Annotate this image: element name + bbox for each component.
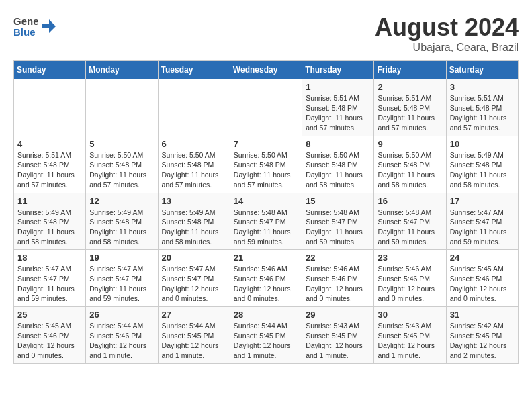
title-block: August 2024 Ubajara, Ceara, Brazil: [375, 13, 519, 54]
day-number: 25: [17, 310, 82, 320]
day-number: 23: [378, 253, 442, 263]
day-info: Sunrise: 5:49 AM Sunset: 5:48 PM Dayligh…: [162, 208, 226, 247]
logo: General Blue: [13, 13, 56, 39]
calendar-cell: 29Sunrise: 5:43 AM Sunset: 5:45 PM Dayli…: [302, 307, 374, 364]
day-number: 22: [306, 253, 370, 263]
col-sunday: Sunday: [14, 61, 86, 79]
calendar-week-2: 4Sunrise: 5:51 AM Sunset: 5:48 PM Daylig…: [14, 136, 519, 193]
col-wednesday: Wednesday: [230, 61, 302, 79]
calendar-cell: 9Sunrise: 5:50 AM Sunset: 5:48 PM Daylig…: [374, 136, 446, 193]
col-monday: Monday: [86, 61, 158, 79]
day-info: Sunrise: 5:46 AM Sunset: 5:46 PM Dayligh…: [378, 264, 442, 304]
calendar-table: Sunday Monday Tuesday Wednesday Thursday…: [13, 60, 519, 364]
calendar-cell: 5Sunrise: 5:50 AM Sunset: 5:48 PM Daylig…: [86, 136, 158, 193]
day-number: 30: [378, 310, 442, 320]
calendar-week-3: 11Sunrise: 5:49 AM Sunset: 5:48 PM Dayli…: [14, 193, 519, 250]
col-saturday: Saturday: [446, 61, 518, 79]
calendar-cell: 12Sunrise: 5:49 AM Sunset: 5:48 PM Dayli…: [86, 193, 158, 250]
day-number: 20: [162, 253, 226, 263]
day-number: 31: [450, 310, 515, 320]
calendar-cell: 6Sunrise: 5:50 AM Sunset: 5:48 PM Daylig…: [158, 136, 230, 193]
calendar-cell: [158, 79, 230, 136]
day-info: Sunrise: 5:51 AM Sunset: 5:48 PM Dayligh…: [378, 93, 442, 133]
calendar-cell: 30Sunrise: 5:43 AM Sunset: 5:45 PM Dayli…: [374, 307, 446, 364]
page-header: General Blue August 2024 Ubajara, Ceara,…: [13, 13, 519, 54]
day-info: Sunrise: 5:47 AM Sunset: 5:47 PM Dayligh…: [450, 208, 515, 247]
day-info: Sunrise: 5:44 AM Sunset: 5:45 PM Dayligh…: [162, 321, 226, 361]
day-number: 11: [17, 196, 82, 206]
calendar-cell: 17Sunrise: 5:47 AM Sunset: 5:47 PM Dayli…: [446, 193, 518, 250]
day-number: 2: [378, 82, 442, 92]
day-info: Sunrise: 5:50 AM Sunset: 5:48 PM Dayligh…: [89, 150, 154, 190]
calendar-cell: 22Sunrise: 5:46 AM Sunset: 5:46 PM Dayli…: [302, 250, 374, 307]
calendar-header-row: Sunday Monday Tuesday Wednesday Thursday…: [14, 61, 519, 79]
day-number: 14: [234, 196, 298, 206]
day-number: 12: [89, 196, 154, 206]
day-info: Sunrise: 5:48 AM Sunset: 5:47 PM Dayligh…: [378, 208, 442, 247]
calendar-week-5: 25Sunrise: 5:45 AM Sunset: 5:46 PM Dayli…: [14, 307, 519, 364]
day-info: Sunrise: 5:50 AM Sunset: 5:48 PM Dayligh…: [378, 150, 442, 190]
calendar-cell: 15Sunrise: 5:48 AM Sunset: 5:47 PM Dayli…: [302, 193, 374, 250]
day-info: Sunrise: 5:50 AM Sunset: 5:48 PM Dayligh…: [234, 150, 298, 190]
day-number: 29: [306, 310, 370, 320]
calendar-cell: 10Sunrise: 5:49 AM Sunset: 5:48 PM Dayli…: [446, 136, 518, 193]
day-number: 26: [89, 310, 154, 320]
day-number: 4: [17, 139, 82, 149]
day-info: Sunrise: 5:45 AM Sunset: 5:46 PM Dayligh…: [17, 321, 82, 361]
day-info: Sunrise: 5:46 AM Sunset: 5:46 PM Dayligh…: [306, 264, 370, 304]
calendar-cell: 3Sunrise: 5:51 AM Sunset: 5:48 PM Daylig…: [446, 79, 518, 136]
day-info: Sunrise: 5:45 AM Sunset: 5:46 PM Dayligh…: [450, 264, 515, 304]
day-info: Sunrise: 5:44 AM Sunset: 5:45 PM Dayligh…: [234, 321, 298, 361]
day-number: 19: [89, 253, 154, 263]
calendar-week-1: 1Sunrise: 5:51 AM Sunset: 5:48 PM Daylig…: [14, 79, 519, 136]
day-number: 6: [162, 139, 226, 149]
day-number: 21: [234, 253, 298, 263]
day-number: 18: [17, 253, 82, 263]
calendar-cell: [86, 79, 158, 136]
calendar-cell: [230, 79, 302, 136]
day-number: 10: [450, 139, 515, 149]
location: Ubajara, Ceara, Brazil: [375, 42, 519, 54]
day-info: Sunrise: 5:47 AM Sunset: 5:47 PM Dayligh…: [17, 264, 82, 304]
day-number: 7: [234, 139, 298, 149]
day-number: 15: [306, 196, 370, 206]
calendar-cell: 18Sunrise: 5:47 AM Sunset: 5:47 PM Dayli…: [14, 250, 86, 307]
day-info: Sunrise: 5:50 AM Sunset: 5:48 PM Dayligh…: [162, 150, 226, 190]
day-number: 5: [89, 139, 154, 149]
day-info: Sunrise: 5:47 AM Sunset: 5:47 PM Dayligh…: [89, 264, 154, 304]
calendar-cell: 2Sunrise: 5:51 AM Sunset: 5:48 PM Daylig…: [374, 79, 446, 136]
col-thursday: Thursday: [302, 61, 374, 79]
calendar-cell: 23Sunrise: 5:46 AM Sunset: 5:46 PM Dayli…: [374, 250, 446, 307]
day-number: 28: [234, 310, 298, 320]
day-info: Sunrise: 5:51 AM Sunset: 5:48 PM Dayligh…: [306, 93, 370, 133]
day-info: Sunrise: 5:46 AM Sunset: 5:46 PM Dayligh…: [234, 264, 298, 304]
svg-text:Blue: Blue: [13, 26, 36, 38]
day-info: Sunrise: 5:49 AM Sunset: 5:48 PM Dayligh…: [17, 208, 82, 247]
calendar-cell: 13Sunrise: 5:49 AM Sunset: 5:48 PM Dayli…: [158, 193, 230, 250]
calendar-week-4: 18Sunrise: 5:47 AM Sunset: 5:47 PM Dayli…: [14, 250, 519, 307]
day-number: 27: [162, 310, 226, 320]
day-number: 16: [378, 196, 442, 206]
day-number: 13: [162, 196, 226, 206]
calendar-cell: 26Sunrise: 5:44 AM Sunset: 5:46 PM Dayli…: [86, 307, 158, 364]
svg-marker-2: [42, 19, 56, 33]
calendar-cell: 21Sunrise: 5:46 AM Sunset: 5:46 PM Dayli…: [230, 250, 302, 307]
day-info: Sunrise: 5:42 AM Sunset: 5:45 PM Dayligh…: [450, 321, 515, 361]
calendar-cell: 27Sunrise: 5:44 AM Sunset: 5:45 PM Dayli…: [158, 307, 230, 364]
day-info: Sunrise: 5:47 AM Sunset: 5:47 PM Dayligh…: [162, 264, 226, 304]
calendar-cell: 20Sunrise: 5:47 AM Sunset: 5:47 PM Dayli…: [158, 250, 230, 307]
day-info: Sunrise: 5:49 AM Sunset: 5:48 PM Dayligh…: [450, 150, 515, 190]
calendar-cell: 25Sunrise: 5:45 AM Sunset: 5:46 PM Dayli…: [14, 307, 86, 364]
calendar-cell: 4Sunrise: 5:51 AM Sunset: 5:48 PM Daylig…: [14, 136, 86, 193]
calendar-cell: 16Sunrise: 5:48 AM Sunset: 5:47 PM Dayli…: [374, 193, 446, 250]
day-info: Sunrise: 5:50 AM Sunset: 5:48 PM Dayligh…: [306, 150, 370, 190]
day-number: 8: [306, 139, 370, 149]
logo-svg: General Blue: [13, 13, 39, 39]
day-info: Sunrise: 5:43 AM Sunset: 5:45 PM Dayligh…: [306, 321, 370, 361]
calendar-cell: 1Sunrise: 5:51 AM Sunset: 5:48 PM Daylig…: [302, 79, 374, 136]
calendar-cell: 19Sunrise: 5:47 AM Sunset: 5:47 PM Dayli…: [86, 250, 158, 307]
calendar-cell: 7Sunrise: 5:50 AM Sunset: 5:48 PM Daylig…: [230, 136, 302, 193]
day-number: 1: [306, 82, 370, 92]
calendar-cell: 24Sunrise: 5:45 AM Sunset: 5:46 PM Dayli…: [446, 250, 518, 307]
svg-text:General: General: [13, 15, 39, 27]
